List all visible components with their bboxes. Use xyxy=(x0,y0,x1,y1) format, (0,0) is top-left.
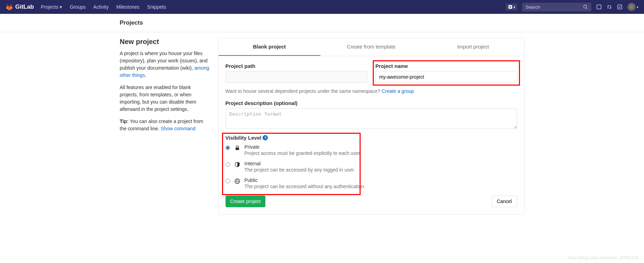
lock-icon xyxy=(234,145,240,151)
show-command-link[interactable]: Show command xyxy=(161,126,195,131)
svg-line-2 xyxy=(586,8,588,9)
cancel-button[interactable]: Cancel xyxy=(492,195,517,207)
nav-activity[interactable]: Activity xyxy=(93,4,108,10)
search-input[interactable] xyxy=(526,5,577,10)
visibility-private-radio[interactable] xyxy=(226,146,230,150)
sub-header: Projects xyxy=(0,14,644,32)
project-name-input[interactable] xyxy=(376,71,517,83)
create-group-link[interactable]: Create a group xyxy=(381,88,414,94)
tab-import-project[interactable]: Import project xyxy=(422,38,524,56)
nav-groups[interactable]: Groups xyxy=(70,4,86,10)
visibility-public[interactable]: Public The project can be accessed witho… xyxy=(226,177,517,189)
gitlab-icon xyxy=(6,3,13,11)
shield-icon xyxy=(234,161,240,168)
user-menu[interactable]: ▾ xyxy=(627,3,638,11)
help-icon[interactable]: ? xyxy=(263,135,268,140)
description-input[interactable] xyxy=(226,108,517,129)
navbar: GitLab Projects ▾ Groups Activity Milest… xyxy=(0,0,644,14)
sidebar-para-2: All features are enabled for blank proje… xyxy=(120,84,210,113)
chevron-down-icon: ▾ xyxy=(513,5,515,9)
project-path-input[interactable] xyxy=(226,71,367,83)
nav-links: Projects ▾ Groups Activity Milestones Sn… xyxy=(41,4,506,10)
visibility-private[interactable]: Private Project access must be granted e… xyxy=(226,144,517,156)
main-container: New project A project is where you house… xyxy=(114,32,530,220)
nav-snippets[interactable]: Snippets xyxy=(147,4,166,10)
sidebar-para-3: Tip: You can also create a project from … xyxy=(120,118,210,132)
namespace-help: Want to house several dependent projects… xyxy=(226,88,517,94)
nav-right: ▾ ▾ xyxy=(506,3,638,11)
globe-icon xyxy=(234,178,240,184)
issues-icon[interactable] xyxy=(596,4,602,10)
sidebar: New project A project is where you house… xyxy=(120,38,210,214)
tab-blank-project[interactable]: Blank project xyxy=(219,38,320,56)
svg-rect-5 xyxy=(236,148,239,150)
visibility-internal-radio[interactable] xyxy=(226,162,230,167)
svg-rect-3 xyxy=(597,5,601,9)
visibility-label: Visibility Level ? xyxy=(226,135,517,141)
tabs: Blank project Create from template Impor… xyxy=(219,38,524,56)
gitlab-logo[interactable]: GitLab xyxy=(6,3,34,11)
chevron-down-icon: ▾ xyxy=(60,4,62,10)
description-label: Project description (optional) xyxy=(226,100,517,106)
visibility-section: Visibility Level ? Private Project acces… xyxy=(226,135,517,189)
sidebar-heading: New project xyxy=(120,38,210,46)
create-project-button[interactable]: Create project xyxy=(226,195,266,207)
plus-icon xyxy=(508,5,513,9)
search-box[interactable] xyxy=(522,3,591,11)
sidebar-para-1: A project is where you house your files … xyxy=(120,50,210,79)
avatar xyxy=(627,3,636,11)
page-title: Projects xyxy=(120,19,524,26)
tab-content: Project path Project name Want to house … xyxy=(219,56,524,214)
nav-projects[interactable]: Projects ▾ xyxy=(41,4,62,10)
chevron-down-icon: ▾ xyxy=(637,5,638,9)
content-panel: Blank project Create from template Impor… xyxy=(218,38,524,214)
search-icon xyxy=(583,5,588,9)
nav-milestones[interactable]: Milestones xyxy=(116,4,140,10)
project-path-group: Project path xyxy=(226,63,367,83)
new-dropdown[interactable]: ▾ xyxy=(506,3,517,10)
project-name-group: Project name xyxy=(376,63,517,83)
merge-requests-icon[interactable] xyxy=(607,4,612,10)
project-name-label: Project name xyxy=(376,63,517,69)
visibility-public-radio[interactable] xyxy=(226,179,230,183)
todos-icon[interactable] xyxy=(617,4,623,10)
visibility-internal[interactable]: Internal The project can be accessed by … xyxy=(226,161,517,173)
tab-create-from-template[interactable]: Create from template xyxy=(320,38,422,56)
form-actions: Create project Cancel xyxy=(226,195,517,207)
svg-point-1 xyxy=(584,5,587,8)
project-path-label: Project path xyxy=(226,63,367,69)
